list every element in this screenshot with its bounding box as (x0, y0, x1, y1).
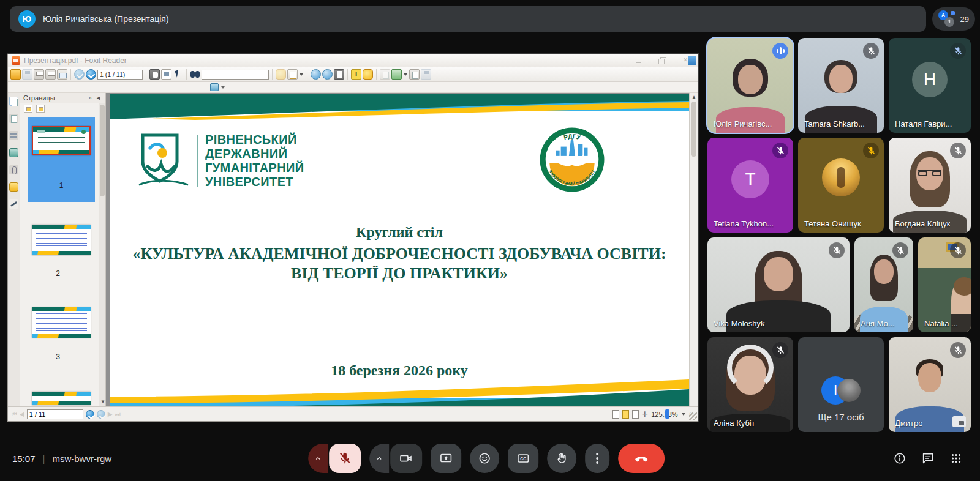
rotate-right-icon[interactable] (322, 69, 333, 80)
attachments-panel-icon[interactable] (9, 165, 18, 174)
panel-collapse-icons[interactable]: » ◄ (89, 95, 102, 101)
mic-off-icon (946, 19, 952, 25)
minimize-button[interactable] (635, 57, 643, 64)
facing-page-layout-icon[interactable] (622, 410, 629, 419)
previous-page-icon[interactable]: ◀ (20, 411, 24, 417)
participant-tile-alina[interactable]: Аліна Кубіт (707, 337, 793, 432)
pan-zoom-icon[interactable]: ✛ (642, 410, 648, 419)
camera-options-button[interactable] (369, 444, 389, 473)
reactions-button[interactable] (470, 444, 499, 473)
search-input[interactable] (202, 70, 269, 80)
annotation-tool-icon[interactable] (210, 83, 219, 91)
thumbnail-selected[interactable]: 1 (28, 117, 95, 202)
mic-toggle-button[interactable] (329, 444, 361, 473)
participant-tile-tetiana-o[interactable]: Тетяна Онищук (798, 138, 884, 233)
mic-options-button[interactable] (308, 444, 328, 473)
participant-tile-yulia[interactable]: Юлія Ричагівс... (707, 38, 793, 133)
thumbnail-page-1[interactable] (32, 126, 91, 155)
participant-tile-natalia2[interactable]: Natalia ... (918, 237, 971, 332)
open-file-icon[interactable] (10, 69, 21, 80)
meet-stage: Ю Юлія Ричагівська (Презентація) A 29 Пр… (0, 0, 980, 481)
next-view-icon[interactable] (86, 69, 96, 80)
status-previous-view-icon[interactable] (86, 410, 94, 419)
participants-count-pill[interactable]: A 29 (932, 7, 975, 31)
thumbnail-page-2[interactable] (32, 225, 91, 255)
camera-toggle-button[interactable] (390, 444, 422, 473)
zoom-caret[interactable] (682, 413, 685, 416)
first-page-icon[interactable]: ⏮ (12, 411, 17, 418)
participant-tile-vika[interactable]: Vika Moloshyk (707, 237, 850, 332)
participant-name: Наталя Гаври... (895, 119, 952, 129)
document-scrollbar[interactable]: ▲ (689, 93, 698, 406)
foxit-title-bar[interactable]: Презентація.pdf - Foxit Reader × (8, 54, 698, 67)
participant-tile-dmytro[interactable]: Дмитро (889, 337, 971, 432)
rotate-left-icon[interactable] (311, 69, 321, 80)
save-icon[interactable] (22, 69, 32, 80)
share-review-icon[interactable] (380, 69, 390, 80)
continuous-layout-icon[interactable] (632, 410, 639, 419)
participant-tile-natalia-h[interactable]: Н Наталя Гаври... (889, 38, 971, 133)
panel-scrollbar[interactable]: ▼ (99, 103, 105, 406)
activities-grid-icon[interactable] (949, 452, 963, 465)
pages-panel-icon[interactable] (9, 97, 18, 106)
window-resize-grip[interactable] (689, 412, 697, 420)
next-page-icon[interactable]: ▶ (108, 411, 113, 417)
captions-button[interactable]: CC (508, 444, 538, 473)
note-tool-icon[interactable] (287, 69, 298, 80)
zoom-level: 125.23% (651, 411, 677, 418)
annotation-tool-caret[interactable] (221, 86, 225, 89)
participant-tile-anya[interactable]: Аня Мо... (854, 237, 913, 332)
mic-off-icon (338, 452, 352, 465)
snapshot-icon[interactable] (276, 69, 286, 80)
status-next-view-icon[interactable] (97, 410, 105, 419)
last-page-icon[interactable]: ⏭ (115, 411, 120, 418)
security-panel-icon[interactable] (9, 182, 18, 192)
restore-button[interactable] (658, 57, 666, 64)
highlight-tool-icon[interactable] (351, 69, 361, 80)
participant-tile-bohdana[interactable]: Богдана Кліцук (889, 138, 971, 233)
status-page-field[interactable] (27, 409, 83, 419)
slide-title-line1: Круглий стіл (110, 224, 689, 240)
enlarge-thumbnails-icon[interactable] (24, 105, 32, 113)
stamp-tool-caret[interactable] (404, 73, 407, 76)
more-options-button[interactable] (585, 444, 609, 473)
reduce-thumbnails-icon[interactable] (36, 105, 45, 113)
hand-tool-icon[interactable] (149, 69, 160, 80)
layers-panel-icon[interactable] (9, 131, 18, 140)
present-button[interactable] (431, 444, 461, 473)
select-text-icon[interactable] (161, 69, 172, 80)
signature-panel-icon[interactable] (9, 199, 18, 209)
comment-tool-icon[interactable] (363, 69, 373, 80)
single-page-layout-icon[interactable] (612, 410, 619, 419)
quick-print-icon[interactable] (45, 69, 56, 80)
overflow-participants-tile[interactable]: I Ще 17 осіб (798, 337, 884, 432)
thumbnail-page-4[interactable] (32, 392, 91, 405)
panel-scrollbar-thumb[interactable] (100, 105, 105, 196)
info-icon[interactable] (893, 452, 907, 465)
raise-hand-button[interactable] (547, 444, 576, 473)
comments-panel-icon[interactable] (9, 148, 18, 157)
university-name-line: ГУМАНІТАРНИЙ (205, 161, 304, 175)
chat-icon[interactable] (921, 452, 935, 465)
signature-icon[interactable] (421, 69, 431, 80)
note-tool-caret[interactable] (300, 73, 303, 76)
overflow-count-label: Ще 17 осіб (798, 412, 884, 422)
email-icon[interactable] (57, 69, 67, 80)
end-call-button[interactable] (618, 444, 665, 473)
select-annotation-icon[interactable] (173, 69, 183, 80)
page-number-field[interactable] (97, 70, 143, 80)
previous-view-icon[interactable] (74, 69, 85, 80)
clipboard-icon[interactable] (409, 69, 420, 80)
stamp-tool-icon[interactable] (391, 69, 402, 80)
document-scrollbar-thumb[interactable] (691, 102, 696, 157)
thumbnail-page-3[interactable] (32, 307, 91, 338)
scroll-up-arrow[interactable]: ▲ (692, 94, 696, 100)
bookmarks-panel-icon[interactable] (9, 114, 18, 123)
participant-tile-tamara[interactable]: Tamara Shkarb... (798, 38, 884, 133)
pip-icon[interactable] (952, 416, 966, 427)
print-icon[interactable] (34, 69, 44, 80)
find-icon[interactable] (190, 69, 200, 80)
panel-scroll-down-arrow[interactable]: ▼ (100, 399, 105, 405)
single-page-view-icon[interactable] (334, 69, 344, 80)
participant-tile-tetiana-t[interactable]: T Tetiana Tykhon... (707, 138, 793, 233)
